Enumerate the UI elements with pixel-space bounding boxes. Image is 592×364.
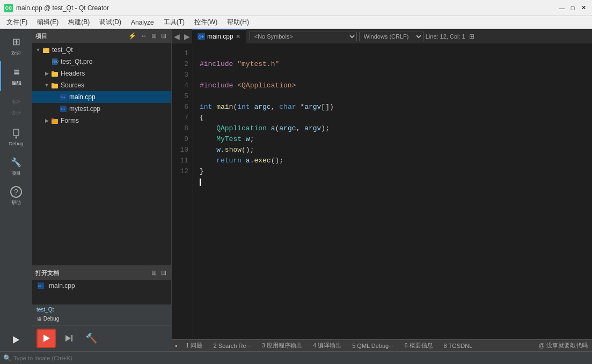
watermark-text: @ 没事就要敲代码 — [535, 341, 592, 350]
tab-app-output[interactable]: 3 应用程序输出 — [257, 340, 308, 352]
sidebar-item-label: 编辑 — [12, 80, 21, 87]
cpp-file-icon: c++ — [59, 93, 68, 101]
menu-debug[interactable]: 调试(D) — [95, 17, 126, 28]
filter-btn[interactable]: ⚡ — [127, 32, 138, 40]
svg-rect-4 — [43, 48, 49, 53]
panel-header-actions: ⚡ ↔ ⊞ ⊟ — [127, 32, 168, 40]
tree-label-mytest-cpp: mytest.cpp — [69, 105, 171, 113]
tree-item-root[interactable]: ▼ test_Qt — [32, 44, 171, 56]
forms-folder-icon — [50, 116, 59, 125]
tree-label-forms: Forms — [61, 117, 171, 124]
open-docs-list: c++ main.cpp — [32, 280, 171, 304]
run-test-button[interactable] — [2, 333, 30, 347]
tab-qml-debug[interactable]: 5 QML Debug··· — [347, 340, 399, 352]
open-docs-panel: 打开文档 ⊞ ⊟ c++ main.cpp — [32, 265, 171, 351]
tab-close-btn[interactable]: ✕ — [236, 33, 240, 40]
close-button[interactable]: ✕ — [579, 4, 588, 12]
welcome-icon: ⊞ — [10, 35, 23, 48]
menu-controls[interactable]: 控件(W) — [190, 17, 222, 28]
sources-folder-icon — [50, 81, 59, 90]
tab-nav-forward[interactable]: ▶ — [182, 32, 192, 41]
symbols-selector[interactable]: <No Symbols> — [250, 32, 357, 41]
tree-label-headers: Headers — [61, 70, 171, 77]
sidebar-icons: ⊞ 欢迎 ≡ 编辑 ✏ 设计 Debug 🔧 项目 ? — [0, 29, 32, 351]
tab-tgsdnl[interactable]: 8 TGSDNL — [438, 340, 478, 352]
svg-rect-7 — [52, 72, 58, 77]
tab-compile-output[interactable]: 4 编译输出 — [308, 340, 347, 352]
sync-btn[interactable]: ↔ — [139, 32, 149, 40]
bottom-tabs: ▪ 1 问题 2 Search Re··· 3 应用程序输出 4 编译输出 5 … — [172, 339, 592, 351]
svg-marker-17 — [65, 335, 71, 341]
tree-label-main-cpp: main.cpp — [69, 93, 171, 101]
bottom-panel-toggle[interactable]: ▪ — [172, 342, 180, 350]
menu-edit[interactable]: 编辑(E) — [33, 17, 63, 28]
debug-icon — [10, 127, 23, 139]
editor-expand-btn[interactable]: ⊞ — [467, 32, 476, 41]
desktop-debug-label: 🖥 Debug — [36, 316, 59, 322]
code-editor: 1 2 3 4 5 6 7 8 9 10 11 12 #include "myt… — [172, 44, 592, 339]
sidebar-item-help[interactable]: ? 帮助 — [0, 181, 32, 211]
tab-nav-back[interactable]: ◀ — [172, 32, 182, 41]
tree-arrow-headers: ▶ — [43, 71, 50, 76]
line-numbers: 1 2 3 4 5 6 7 8 9 10 11 12 — [172, 44, 193, 339]
sidebar-item-debug[interactable]: Debug — [0, 121, 32, 151]
menu-help[interactable]: 帮助(H) — [223, 17, 253, 28]
collapse-btn[interactable]: ⊟ — [159, 32, 168, 40]
tree-item-pro[interactable]: PRO test_Qt.pro — [32, 56, 171, 68]
menu-tools[interactable]: 工具(T) — [159, 17, 189, 28]
svg-rect-8 — [52, 84, 58, 88]
project-panel-title: 项目 — [35, 32, 47, 40]
open-docs-header: 打开文档 ⊞ ⊟ — [32, 266, 171, 280]
tree-item-headers[interactable]: ▶ Headers — [32, 68, 171, 79]
menu-file[interactable]: 文件(F) — [2, 17, 32, 28]
doc-cpp-icon: c++ — [36, 281, 45, 290]
hammer-button[interactable]: 🔨 — [82, 329, 101, 348]
menu-build[interactable]: 构建(B) — [64, 17, 94, 28]
tree-item-mytest-cpp[interactable]: c++ mytest.cpp — [32, 103, 171, 115]
menu-analyze[interactable]: Analyze — [127, 18, 158, 27]
headers-folder-icon — [50, 69, 59, 78]
tree-item-main-cpp[interactable]: c++ main.cpp — [32, 91, 171, 103]
tab-problems[interactable]: 1 问题 — [180, 340, 208, 352]
sidebar-item-editor[interactable]: ≡ 编辑 — [0, 61, 32, 91]
encoding-selector[interactable]: Windows (CRLF) — [359, 32, 423, 41]
svg-text:c++: c++ — [38, 284, 43, 287]
tree-item-sources[interactable]: ▼ Sources — [32, 79, 171, 91]
sidebar-item-label: 设计 — [11, 110, 21, 117]
pro-file-icon: PRO — [50, 57, 59, 66]
tree-item-forms[interactable]: ▶ Forms — [32, 115, 171, 127]
svg-marker-3 — [13, 336, 19, 344]
menubar: 文件(F) 编辑(E) 构建(B) 调试(D) Analyze 工具(T) 控件… — [0, 16, 592, 29]
window-controls[interactable]: — □ ✕ — [558, 4, 588, 12]
minimize-button[interactable]: — — [558, 4, 566, 12]
sidebar-item-design[interactable]: ✏ 设计 — [0, 91, 32, 121]
expand-btn[interactable]: ⊞ — [150, 32, 158, 40]
locate-icon: 🔍 — [3, 354, 11, 362]
sidebar-item-projects[interactable]: 🔧 项目 — [0, 151, 32, 181]
test-qt-label: test_Qt — [36, 307, 54, 313]
svg-text:PRO: PRO — [53, 60, 59, 63]
tab-main-cpp[interactable]: c+ main.cpp ✕ — [192, 29, 246, 44]
svg-rect-13 — [52, 119, 58, 124]
help-icon: ? — [10, 186, 22, 198]
window-title: main.cpp @ test_Qt - Qt Creator — [16, 4, 109, 12]
play-button[interactable] — [36, 329, 56, 348]
folder-icon — [42, 46, 50, 54]
design-icon: ✏ — [10, 95, 23, 108]
cpp-file-icon2: c++ — [59, 105, 68, 113]
open-docs-collapse-btn[interactable]: ⊟ — [159, 269, 168, 277]
open-docs-expand-btn[interactable]: ⊞ — [150, 269, 158, 277]
maximize-button[interactable]: □ — [568, 4, 577, 12]
project-panel-header: 项目 ⚡ ↔ ⊞ ⊟ — [32, 29, 171, 43]
code-content[interactable]: #include "mytest.h" #include <QApplicati… — [193, 44, 592, 339]
open-doc-main-cpp[interactable]: c++ main.cpp — [32, 280, 171, 292]
tree-arrow-root: ▼ — [34, 47, 42, 53]
locate-input[interactable] — [13, 355, 589, 361]
tab-search[interactable]: 2 Search Re··· — [208, 340, 256, 352]
open-docs-title: 打开文档 — [35, 269, 59, 277]
sidebar-item-welcome[interactable]: ⊞ 欢迎 — [0, 31, 32, 61]
step-debug-button[interactable] — [59, 329, 78, 348]
svg-rect-18 — [71, 335, 72, 341]
tree-label-root: test_Qt — [52, 46, 171, 54]
tab-summary[interactable]: 6 概要信息 — [399, 340, 438, 352]
